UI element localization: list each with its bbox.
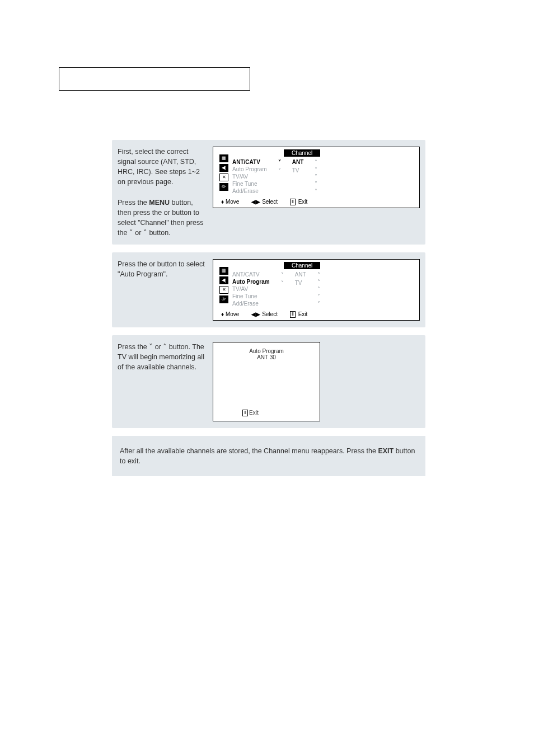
osd-values: ANT TV [295,271,306,307]
step-2-text: Press the or button to select "Auto Prog… [118,259,207,279]
osd-row: Fine Tune [232,181,267,187]
autoprogram-title: Auto Program ANT 30 [213,348,320,360]
osd-footer: ♦ Move ◀▶ Select Ⅱ Exit [217,311,416,318]
step-1-menu: MENU [149,199,170,206]
picture-icon: ▦ [219,154,228,162]
step-2: Press the or button to select "Auto Prog… [112,252,425,327]
osd-r: ˄ [317,271,320,278]
osd-r: ˅ [317,300,320,307]
exit-label: Exit [298,311,308,317]
setup-icon: ⛮ [219,183,228,191]
osd-r: ˄ [317,279,320,285]
osd-row: ANT/CATV [232,159,267,165]
exit-icon: Ⅱ [290,199,296,205]
select-hint: ◀▶ Select [251,311,278,318]
setup-icon: ⛮ [219,295,228,303]
osd-r: ˅ [315,173,317,180]
osd-r: ˄ [315,188,317,194]
exit-label: Exit [249,410,259,416]
osd-r: ˄ [315,159,317,165]
osd-row: Fine Tune [232,293,270,299]
move-label: Move [226,311,239,317]
header-box [59,67,250,91]
step-4-exit: EXIT [378,447,394,455]
autoprogram-line: ANT 30 [257,354,276,360]
step-1-para1: First, select the correct signal source … [118,148,200,186]
osd-footer: ♦ Move ◀▶ Select Ⅱ Exit [217,199,416,205]
autoprogram-exit: ⅡExit [242,410,259,416]
osd-body: ANT/CATV Auto Program TV/AV Fine Tune Ad… [217,271,416,307]
osd-panel: ▦ ◀) ✕ ⛮ Channel ANT/CATV Auto Program T… [213,147,420,208]
step-1-text: First, select the correct signal source … [118,147,207,238]
osd-row: Add/Erase [232,188,267,194]
osd-r: ˅ [315,181,317,187]
osd-row: TV/AV [232,173,267,180]
step-3-osd: Auto Program ANT 30 ⅡExit [213,342,420,421]
exit-icon: Ⅱ [290,311,296,318]
step-4: After all the available channels are sto… [112,436,425,476]
select-label: Select [262,311,278,317]
osd-arrow: ˅ [281,271,284,278]
osd-arrows: ˅ ˅ [278,159,281,194]
step-3-text: Press the ˅ or ˄ button. The TV will beg… [118,342,207,372]
leftright-icon: ◀▶ [251,199,260,205]
picture-icon: ▦ [219,267,228,275]
exit-label: Exit [298,199,308,205]
osd-body: ANT/CATV Auto Program TV/AV Fine Tune Ad… [217,159,416,194]
updown-icon: ♦ [221,199,224,205]
osd-row: TV/AV [232,286,270,292]
move-hint: ♦ Move [221,199,239,205]
osd-arrow: ˅ [278,167,281,173]
autoprogram-heading: Auto Program [249,348,284,354]
osd-row: Add/Erase [232,300,270,307]
osd-icon-strip: ▦ ◀) ✕ ⛮ [219,154,228,191]
step-4-text1: After all the available channels are sto… [120,447,378,455]
step-3: Press the ˅ or ˄ button. The TV will beg… [112,335,425,428]
exit-hint: Ⅱ Exit [290,311,307,318]
osd-row: Auto Program [232,166,267,172]
step-1-para2a: Press the [118,199,149,206]
osd-val: TV [292,167,304,173]
osd-val: TV [295,280,306,286]
osd-labels: ANT/CATV Auto Program TV/AV Fine Tune Ad… [232,271,270,307]
step-2-osd: ▦ ◀) ✕ ⛮ Channel ANT/CATV Auto Program T… [213,259,420,321]
move-label: Move [226,199,239,205]
osd-values: ANT TV [292,159,304,194]
select-label: Select [262,199,278,205]
sound-icon: ◀) [219,276,228,284]
osd-row: Auto Program [232,279,270,285]
osd-right: ˄ ˄ ˄ ˅ ˅ [317,271,320,307]
osd-val: ANT [295,271,306,278]
osd-labels: ANT/CATV Auto Program TV/AV Fine Tune Ad… [232,159,267,194]
step-1-osd: ▦ ◀) ✕ ⛮ Channel ANT/CATV Auto Program T… [213,147,420,208]
osd-arrow: ˅ [281,280,284,286]
osd-right: ˄ ˄ ˅ ˅ ˄ [315,159,317,194]
sound-icon: ◀) [219,164,228,172]
exit-icon: Ⅱ [242,410,248,416]
osd-arrow: ˅ [278,159,281,165]
select-hint: ◀▶ Select [251,199,278,205]
osd-row: ANT/CATV [232,271,270,278]
channel-icon: ✕ [219,286,228,294]
step-1: First, select the correct signal source … [112,140,425,245]
exit-hint: Ⅱ Exit [290,199,307,205]
osd-panel: ▦ ◀) ✕ ⛮ Channel ANT/CATV Auto Program T… [213,259,420,321]
move-hint: ♦ Move [221,311,239,318]
updown-icon: ♦ [221,311,224,317]
channel-icon: ✕ [219,173,228,181]
content-column: First, select the correct signal source … [112,140,425,476]
page: First, select the correct signal source … [0,0,534,756]
osd-title: Channel [284,262,320,269]
osd-r: ˄ [315,166,317,172]
osd-title: Channel [284,149,320,157]
osd-val: ANT [292,159,304,165]
osd-r: ˅ [317,293,320,299]
osd-r: ˄ [317,286,320,292]
osd-arrows: ˅ ˅ [281,271,284,307]
leftright-icon: ◀▶ [251,311,260,317]
osd-icon-strip: ▦ ◀) ✕ ⛮ [219,267,228,303]
autoprogram-panel: Auto Program ANT 30 ⅡExit [213,342,320,421]
